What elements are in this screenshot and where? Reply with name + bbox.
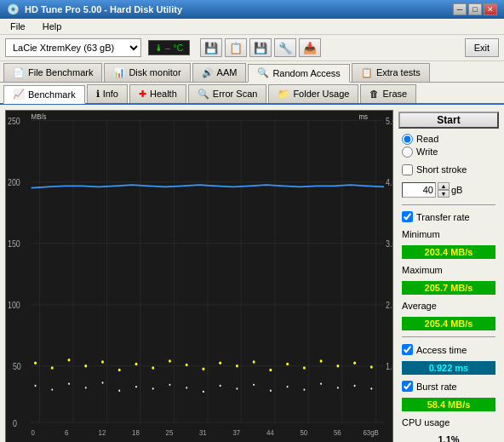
maximize-button[interactable]: □ [468, 3, 482, 15]
toolbar-btn-4[interactable]: 🔧 [274, 38, 296, 57]
access-time-checkbox-row: Access time [398, 342, 499, 357]
minimize-button[interactable]: ─ [453, 3, 467, 15]
svg-point-80 [320, 382, 322, 384]
menu-file[interactable]: File [7, 20, 29, 32]
svg-point-75 [236, 387, 238, 389]
app-title: HD Tune Pro 5.00 - Hard Disk Utility [25, 4, 182, 14]
file-benchmark-icon: 📄 [13, 67, 25, 78]
svg-point-47 [118, 369, 121, 371]
tab-aam[interactable]: 🔊 AAM [192, 63, 247, 82]
svg-text:18: 18 [132, 428, 140, 437]
svg-point-60 [336, 365, 339, 367]
stroke-up-button[interactable]: ▲ [438, 182, 450, 190]
tab-error-scan[interactable]: 🔍 Error Scan [188, 84, 267, 103]
tab-disk-monitor[interactable]: 📊 Disk monitor [104, 63, 190, 82]
temp-display: 🌡 – °C [148, 40, 190, 55]
thermometer-icon: 🌡 [154, 43, 163, 53]
stroke-unit-label: gB [451, 185, 462, 195]
right-panel: Start Read Write Short stroke ▲ ▼ gB [398, 110, 499, 442]
tab-benchmark[interactable]: 📈 Benchmark [3, 85, 85, 104]
exit-button[interactable]: Exit [465, 38, 499, 57]
svg-text:0: 0 [32, 428, 36, 437]
svg-point-82 [354, 385, 356, 387]
svg-point-73 [203, 391, 204, 393]
svg-point-63 [35, 385, 37, 387]
info-icon: ℹ [96, 89, 100, 100]
tab-health[interactable]: ✚ Health [129, 84, 186, 103]
tab-folder-usage[interactable]: 📁 Folder Usage [268, 84, 358, 103]
svg-point-66 [85, 387, 87, 388]
svg-text:25: 25 [166, 428, 174, 437]
svg-point-54 [236, 365, 238, 367]
short-stroke-checkbox[interactable] [402, 164, 413, 175]
toolbar-btn-5[interactable]: 📥 [299, 38, 321, 57]
toolbar-btn-3[interactable]: 💾 [249, 38, 272, 57]
stroke-value-input[interactable] [402, 182, 436, 198]
close-button[interactable]: ✕ [484, 3, 497, 15]
tab-random-access[interactable]: 🔍 Random Access [248, 64, 349, 83]
svg-text:6: 6 [65, 428, 69, 437]
tab-file-benchmark[interactable]: 📄 File Benchmark [3, 63, 102, 82]
svg-text:4.00: 4.00 [386, 178, 392, 188]
access-time-checkbox[interactable] [402, 344, 413, 355]
maximum-label: Maximum [398, 263, 499, 277]
transfer-rate-label: Transfer rate [416, 212, 470, 222]
svg-point-50 [169, 359, 171, 362]
outer-tab-bar: 📄 File Benchmark 📊 Disk monitor 🔊 AAM 🔍 … [0, 61, 504, 83]
svg-point-76 [253, 384, 255, 386]
svg-point-51 [186, 364, 188, 366]
svg-point-71 [169, 384, 170, 386]
svg-text:0: 0 [13, 418, 17, 428]
write-radio[interactable] [402, 146, 413, 158]
svg-text:100: 100 [8, 301, 20, 311]
cpu-usage-value: 1.1% [398, 433, 499, 442]
drive-select[interactable]: LaCie XtremKey (63 gB) [5, 38, 141, 57]
main-area: 250 200 150 100 50 0 5.00 4.00 3.00 2.00… [0, 105, 504, 442]
short-stroke-label: Short stroke [416, 164, 467, 175]
random-access-icon: 🔍 [257, 67, 269, 78]
svg-point-53 [219, 362, 221, 365]
stroke-down-button[interactable]: ▼ [438, 190, 450, 198]
tab-info[interactable]: ℹ Info [87, 84, 128, 103]
svg-point-68 [118, 390, 120, 392]
menu-help[interactable]: Help [39, 20, 66, 32]
divider-1 [402, 204, 495, 205]
error-scan-icon: 🔍 [198, 89, 209, 100]
svg-text:250: 250 [8, 117, 20, 127]
write-label: Write [416, 146, 438, 157]
svg-point-77 [270, 390, 272, 392]
svg-point-44 [68, 359, 71, 361]
svg-text:56: 56 [334, 428, 341, 437]
burst-rate-value: 58.4 MB/s [402, 398, 495, 411]
health-icon: ✚ [139, 89, 146, 100]
mode-radio-group: Read Write [398, 132, 499, 159]
svg-point-69 [135, 386, 137, 387]
svg-text:3.00: 3.00 [386, 239, 392, 250]
tab-erase[interactable]: 🗑 Erase [360, 84, 416, 103]
svg-text:63gB: 63gB [363, 428, 379, 437]
title-bar: 💿 HD Tune Pro 5.00 - Hard Disk Utility ─… [0, 0, 504, 19]
start-button[interactable]: Start [398, 112, 499, 129]
svg-point-55 [253, 360, 255, 363]
svg-point-64 [51, 388, 53, 390]
toolbar: LaCie XtremKey (63 gB) 🌡 – °C 💾 📋 💾 🔧 📥 … [0, 35, 504, 61]
tab-extra-tests[interactable]: 📋 Extra tests [352, 63, 430, 82]
transfer-rate-row: Transfer rate [398, 210, 499, 224]
burst-rate-checkbox-row: Burst rate [398, 379, 499, 393]
svg-text:2.00: 2.00 [386, 301, 392, 311]
svg-rect-0 [6, 111, 392, 442]
burst-rate-checkbox[interactable] [402, 381, 413, 392]
app-icon: 💿 [7, 3, 20, 15]
benchmark-icon: 📈 [13, 89, 25, 100]
toolbar-btn-1[interactable]: 💾 [200, 38, 222, 57]
svg-point-72 [186, 387, 187, 388]
divider-2 [402, 336, 495, 337]
burst-rate-label: Burst rate [416, 382, 457, 392]
benchmark-chart: 250 200 150 100 50 0 5.00 4.00 3.00 2.00… [6, 111, 392, 442]
menu-bar: File Help [0, 19, 504, 35]
transfer-rate-checkbox[interactable] [402, 211, 413, 222]
minimum-value: 203.4 MB/s [402, 245, 495, 259]
read-radio[interactable] [402, 134, 413, 145]
svg-text:5.00: 5.00 [386, 117, 392, 127]
toolbar-btn-2[interactable]: 📋 [225, 38, 247, 57]
